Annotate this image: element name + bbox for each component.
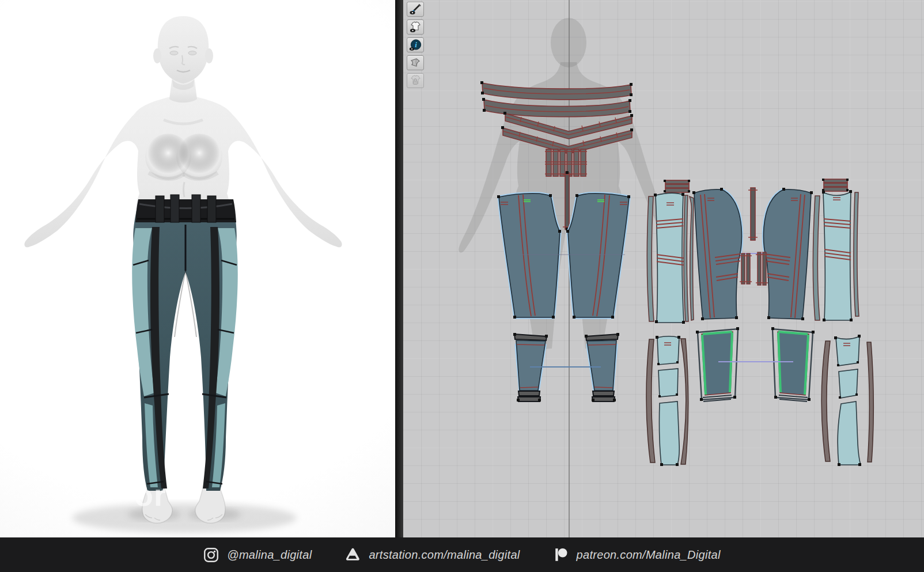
floor-shadow	[72, 503, 297, 533]
artstation-icon	[345, 547, 361, 563]
show-stitches-button[interactable]	[407, 2, 424, 17]
patreon-icon	[554, 547, 569, 562]
viewport-3d[interactable]: or	[0, 0, 395, 537]
info-icon: i	[409, 39, 422, 51]
avatar-pants	[132, 195, 237, 491]
patreon-url: patreon.com/Malina_Digital	[577, 548, 721, 562]
shirt-lock-icon	[409, 75, 422, 86]
piece-lower-side-panel-left[interactable]	[646, 336, 688, 466]
piece-side-panel-right[interactable]	[813, 190, 859, 321]
piece-back-lower-leg-left[interactable]	[696, 327, 739, 401]
piece-front-leg-right[interactable]	[566, 194, 630, 319]
piece-band-stack-left[interactable]	[664, 180, 690, 192]
piece-back-lower-leg-right[interactable]	[771, 327, 815, 401]
lock-garment-button[interactable]	[407, 73, 424, 88]
avatar-3d	[0, 0, 395, 537]
fabric-view-button[interactable]	[407, 55, 424, 70]
shirt-eye-icon	[409, 21, 422, 33]
svg-text:i: i	[415, 40, 417, 49]
piece-lower-side-panel-right[interactable]	[821, 335, 873, 466]
fabric-icon	[409, 57, 422, 69]
stylus-eye-icon	[409, 3, 422, 15]
footer-bar: @malina_digital artstation.com/malina_di…	[0, 537, 924, 572]
piece-back-leg-left[interactable]	[692, 188, 742, 320]
app-window: or .slate{fill:#5d7684;stroke:#1f2d38;st…	[0, 0, 924, 572]
piece-band-stack-right[interactable]	[822, 179, 849, 191]
piece-back-leg-right[interactable]	[763, 188, 813, 320]
instagram-icon	[203, 547, 219, 563]
show-garment-button[interactable]	[407, 20, 424, 35]
instagram-handle: @malina_digital	[227, 548, 312, 562]
footer-patreon-link[interactable]: patreon.com/Malina_Digital	[554, 547, 721, 562]
pattern-pieces-svg: .slate{fill:#5d7684;stroke:#1f2d38;strok…	[403, 0, 924, 537]
footer-artstation-link[interactable]: artstation.com/malina_digital	[345, 547, 520, 563]
artstation-url: artstation.com/malina_digital	[369, 548, 520, 562]
viewport-divider[interactable]	[395, 0, 403, 537]
watermark-text: or	[134, 477, 166, 513]
pattern-info-button[interactable]: i	[407, 37, 424, 52]
piece-front-leg-left[interactable]	[497, 194, 561, 319]
footer-instagram-link[interactable]: @malina_digital	[203, 547, 312, 563]
toolbar-2d: i	[407, 2, 424, 88]
viewport-2d[interactable]: .slate{fill:#5d7684;stroke:#1f2d38;strok…	[403, 0, 924, 537]
